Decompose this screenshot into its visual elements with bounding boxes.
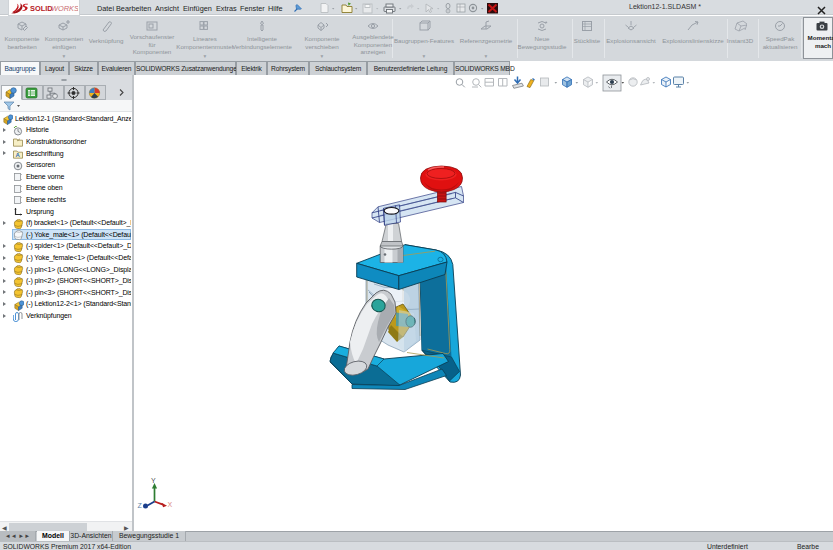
svg-text:Z: Z: [138, 502, 143, 509]
svg-text:Y: Y: [151, 477, 156, 484]
svg-text:X: X: [168, 501, 173, 508]
